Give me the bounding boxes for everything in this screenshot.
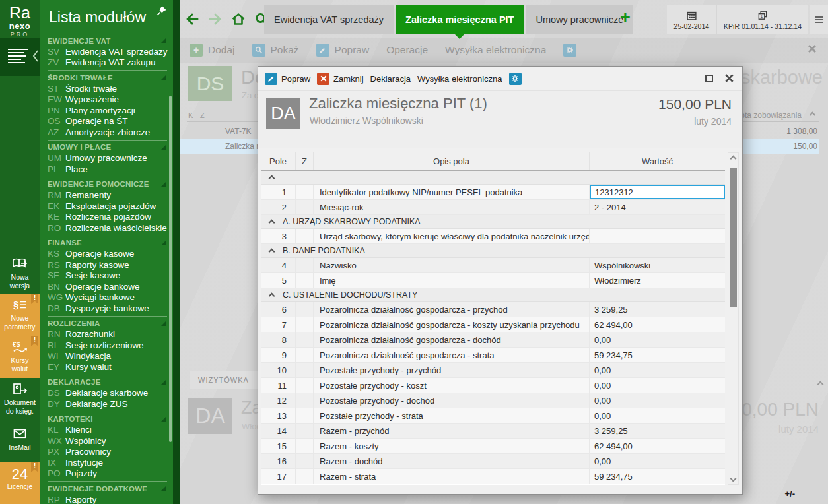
section-header-ewidencje-pomocnicze[interactable]: EWIDENCJE POMOCNICZE	[48, 179, 169, 190]
rail-item-licencje[interactable]: !24Licencje	[0, 462, 40, 504]
field-row-4[interactable]: 4NazwiskoWspólnikowski	[261, 258, 725, 273]
sidebar-item-dy[interactable]: DYDeklaracje ZUS	[48, 398, 169, 410]
column-z[interactable]: Z	[200, 111, 205, 119]
date-button[interactable]: 25-02-2014	[667, 5, 716, 34]
group-row-b-dane-podatnika[interactable]: B. DANE PODATNIKA	[261, 244, 725, 258]
field-row-13[interactable]: 13Pozstałe przychody - strata0,00	[261, 408, 725, 424]
dialog-scrollbar[interactable]	[728, 152, 739, 485]
rail-item-kursy-walut[interactable]: !€$Kursywalut	[0, 336, 40, 378]
sidebar-item-az[interactable]: AZAmortyzacje zbiorcze	[48, 127, 169, 138]
section-header-finanse[interactable]: FINANSE	[48, 237, 169, 249]
wysy-ka-elektroniczna-button[interactable]: Wysyłka elektroniczna	[445, 44, 546, 56]
section-header-rozliczenia[interactable]: ROZLICZENIA	[48, 318, 169, 329]
sidebar-item-kl[interactable]: KLKlienci	[48, 425, 169, 436]
sidebar-item-ek[interactable]: EKEksploatacja pojazdów	[48, 201, 169, 212]
collapse-panel-icon[interactable]	[817, 381, 824, 388]
poka-button[interactable]: Pokaż	[252, 44, 299, 57]
field-row-12[interactable]: 12Pozostałe przychody - dochód0,00	[261, 393, 725, 408]
field-row-11[interactable]: 11Pozostałe przychody - koszt0,00	[261, 378, 725, 393]
operacje-button[interactable]: Operacje	[386, 44, 428, 56]
popraw-button[interactable]: Popraw	[265, 73, 310, 85]
group-row-top[interactable]	[261, 171, 725, 185]
window-menu-button[interactable]	[810, 5, 828, 34]
rail-item-insmail[interactable]: InsMail	[0, 423, 40, 462]
sidebar-item-os[interactable]: OSOperacje na ŚT	[48, 116, 169, 127]
scroll-down-icon[interactable]	[730, 476, 737, 482]
field-row-7[interactable]: 7Pozarolnicza działalność gospodarcza - …	[261, 317, 725, 332]
field-row-16[interactable]: 16Razem - dochód0,00	[261, 454, 725, 469]
field-row-17[interactable]: 17Razem - strata59 234,75	[261, 469, 725, 484]
group-row-c-ustalenie-dochodu-straty[interactable]: C. USTALENIE DOCHODU/STRATY	[261, 288, 725, 302]
sidebar-item-wg[interactable]: WGWyciągi bankowe	[48, 292, 169, 303]
rail-item-nowa-wersja[interactable]: Nowawersja	[0, 253, 40, 294]
sidebar-item-ks[interactable]: KSOperacje kasowe	[48, 249, 169, 260]
sidebar-item-pn[interactable]: PNPlany amortyzacji	[48, 105, 169, 116]
deklaracja-button[interactable]: Deklaracja	[370, 74, 411, 84]
value-input[interactable]: 12312312	[590, 185, 725, 199]
back-arrow-icon[interactable]	[184, 11, 200, 27]
tab-ewidencja-vat-sprzeda-y[interactable]: Ewidencja VAT sprzedaży	[264, 5, 394, 34]
sidebar-item-sv[interactable]: SVEwidencja VAT sprzedaży	[48, 46, 169, 57]
add-tab-button[interactable]: +	[620, 9, 631, 27]
sidebar-item-po[interactable]: POPojazdy	[48, 468, 169, 480]
close-view-icon[interactable]	[807, 44, 817, 54]
field-row-10[interactable]: 10Pozostałe przychody - przychód0,00	[261, 363, 725, 378]
sidebar-item-rl[interactable]: RLSesje rozliczeniowe	[48, 340, 169, 351]
popraw-button[interactable]: Popraw	[316, 44, 370, 57]
module-menu-button[interactable]	[0, 38, 40, 76]
field-row-8[interactable]: 8Pozarolnicza działalność gospodarcza - …	[261, 332, 725, 348]
dodaj-button[interactable]: +Dodaj	[190, 44, 235, 57]
section-header-ewidencje-vat[interactable]: EWIDENCJE VAT	[48, 35, 169, 46]
detail-tab-wizyt-wka[interactable]: WIZYTÓWKA	[190, 371, 258, 389]
rail-item-dokument-do-ksieg[interactable]: Dokumentdo księg.	[0, 378, 40, 423]
period-button[interactable]: 1 KPiR 01.01.14 - 31.12.14	[717, 5, 808, 34]
field-row-1[interactable]: 1Identyfikator podatkowy NIP/numer PESEL…	[261, 185, 725, 200]
item-button[interactable]	[509, 73, 522, 85]
sidebar-item-zv[interactable]: ZVEwidencja VAT zakupu	[48, 57, 169, 69]
sidebar-item-um[interactable]: UMUmowy pracownicze	[48, 153, 169, 164]
section-header-ewidencje-dodatkowe[interactable]: EWIDENCJE DODATKOWE	[48, 483, 169, 494]
wysy-ka-elektroniczna-button[interactable]: Wysyłka elektroniczna	[417, 74, 502, 84]
close-dialog-icon[interactable]	[724, 73, 734, 83]
field-row-14[interactable]: 14Razem - przychód3 259,25	[261, 424, 725, 439]
sidebar-scrollbar[interactable]	[169, 96, 172, 442]
item-button[interactable]	[563, 44, 576, 57]
sidebar-item-st[interactable]: STŚrodki trwałe	[48, 83, 169, 94]
field-row-6[interactable]: 6Pozarolnicza działalność gospodarcza - …	[261, 302, 725, 317]
sidebar-item-ke[interactable]: KERozliczenia pojazdów	[48, 212, 169, 223]
tab-umowy-pracownicze[interactable]: Umowy pracownicze	[526, 5, 633, 34]
sort-chevron-icon[interactable]	[810, 112, 816, 119]
sidebar-item-wi[interactable]: WIWindykacja	[48, 351, 169, 362]
section-header-rodki-trwa-e[interactable]: ŚRODKI TRWAŁE	[48, 72, 169, 83]
scrollbar-thumb[interactable]	[730, 168, 737, 307]
group-row-a-urz-d-skarbowy-podatnika[interactable]: A. URZĄD SKARBOWY PODATNIKA	[261, 215, 725, 229]
sidebar-item-ey[interactable]: EYKursy walut	[48, 362, 169, 373]
sidebar-item-ro[interactable]: RORozliczenia właścicielskie	[48, 222, 169, 234]
home-icon[interactable]	[230, 11, 246, 27]
forward-arrow-icon[interactable]	[207, 11, 223, 27]
rail-item-nowe-parametry[interactable]: !§Noweparametry	[0, 294, 40, 336]
field-row-15[interactable]: 15Razem - koszty62 494,00	[261, 439, 725, 454]
section-header-umowy-i-p-ace[interactable]: UMOWY I PŁACE	[48, 142, 169, 153]
sidebar-item-bn[interactable]: BNOperacje bankowe	[48, 281, 169, 292]
zamknij-button[interactable]: Zamknij	[317, 73, 364, 85]
sidebar-item-rs[interactable]: RSRaporty kasowe	[48, 259, 169, 270]
section-header-kartoteki[interactable]: KARTOTEKI	[48, 414, 169, 425]
scroll-up-icon[interactable]	[730, 156, 737, 162]
sidebar-item-pl[interactable]: PLPłace	[48, 164, 169, 175]
sidebar-item-px[interactable]: PXPracownicy	[48, 447, 169, 458]
sidebar-item-rp[interactable]: RPRaporty	[48, 494, 169, 504]
field-row-9[interactable]: 9Pozarolnicza działalność gospodarcza - …	[261, 348, 725, 363]
section-header-deklaracje[interactable]: DEKLARACJE	[48, 377, 169, 388]
sidebar-item-ix[interactable]: IXInstytucje	[48, 457, 169, 468]
field-row-5[interactable]: 5ImięWłodzimierz	[261, 273, 725, 288]
sidebar-item-rn[interactable]: RNRozrachunki	[48, 329, 169, 340]
sidebar-item-db[interactable]: DBDyspozycje bankowe	[48, 303, 169, 314]
sidebar-item-wx[interactable]: WXWspólnicy	[48, 435, 169, 447]
sidebar-item-ds[interactable]: DSDeklaracje skarbowe	[48, 388, 169, 399]
tab-zaliczka-miesi-czna-pit[interactable]: Zaliczka miesięczna PIT	[396, 5, 524, 34]
sidebar-item-se[interactable]: SESesje kasowe	[48, 270, 169, 282]
sidebar-item-rm[interactable]: RMRemanenty	[48, 190, 169, 201]
sidebar-item-ew[interactable]: EWWyposażenie	[48, 94, 169, 106]
field-row-3[interactable]: 3Urząd skarbowy, którym kieruje właściwy…	[261, 229, 725, 244]
